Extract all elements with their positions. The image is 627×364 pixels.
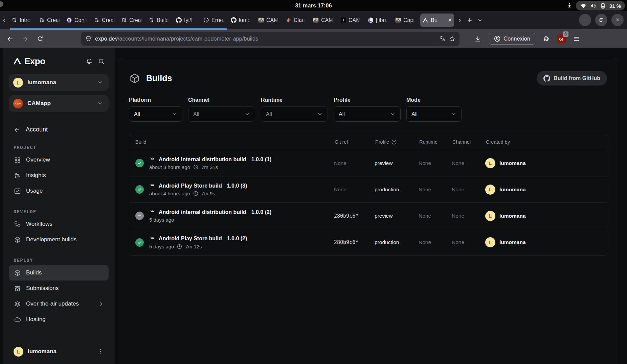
cell-git-ref: 280b9c6* [334,239,375,245]
build-status-canceled-icon [135,212,144,220]
browser-tab-5[interactable]: Creat [119,14,145,27]
build-filters: PlatformAllChannelAllRuntimeAllProfileAl… [129,97,607,122]
browser-tab-2[interactable]: Creat [37,14,63,27]
sidebar-item-hosting[interactable]: Hosting [9,312,109,327]
github-icon [230,17,237,23]
sidebar-item-label: Builds [26,269,42,276]
account-selector[interactable]: L lumomana [9,74,109,91]
sidebar-item-over-the-air-updates[interactable]: Over-the-air updates [9,296,109,312]
browser-tab-14[interactable]: [libra [365,14,392,27]
tab-list-dropdown-icon[interactable] [475,15,485,25]
sidebar-item-overview[interactable]: Overview [9,152,109,168]
filter-profile-select[interactable]: All [334,106,401,122]
back-button[interactable] [4,33,16,45]
build-row-1[interactable]: Android internal distribution build1.0.0… [129,150,607,176]
system-status-pill[interactable]: 31 % [576,1,625,10]
accessibility-person-icon[interactable] [566,3,573,9]
window-minimize-button[interactable] [579,14,591,26]
window-close-button[interactable] [611,14,624,26]
more-options-icon[interactable]: ⋮ [97,348,104,355]
help-question-icon[interactable] [391,139,397,145]
sidebar-item-workflows[interactable]: Workflows [9,216,109,232]
build-from-github-button[interactable]: Build from GitHub [537,71,607,86]
sidebar-item-usage[interactable]: Usage [9,183,109,199]
creator-name[interactable]: lumomana [499,187,526,193]
filter-runtime-select[interactable]: All [261,106,328,122]
creator-name[interactable]: lumomana [499,239,526,245]
browser-tab-10[interactable]: ACAM [256,14,283,27]
bookmark-star-icon[interactable] [449,35,455,42]
back-to-account-link[interactable]: Account [9,121,109,135]
adblock-extension-icon[interactable]: ω 6 [557,34,566,43]
creator-name[interactable]: lumomana [499,213,526,219]
translate-icon[interactable] [439,35,446,42]
build-status-success-icon [135,185,144,194]
search-icon[interactable] [95,55,107,67]
build-title[interactable]: Android Play Store build [159,236,222,242]
creator-avatar: L [485,158,495,168]
extensions-puzzle-icon[interactable] [540,33,552,45]
browser-tab-7[interactable]: fyi/fi [174,14,200,27]
expo-logo[interactable]: Expo [13,56,45,67]
page-title-text: Builds [146,73,172,83]
forward-button[interactable] [19,33,31,45]
reload-button[interactable] [34,33,46,45]
browser-tab-8[interactable]: Erreu [201,14,228,27]
window-restore-button[interactable] [595,14,607,26]
page-content: Expo L lumomana CAM CAMapp [0,48,627,364]
tab-title: CAM [321,17,333,23]
sidebar-item-submissions[interactable]: Submissions [9,281,109,296]
section-label-develop: DEVELOP [9,209,109,214]
browser-tab-3[interactable]: Confi [64,14,91,27]
downloads-icon[interactable] [472,33,484,45]
notifications-bell-icon[interactable] [83,55,95,67]
filter-platform-select[interactable]: All [129,106,182,122]
dark-circle-icon [340,17,346,23]
sidebar-item-insights[interactable]: Insights [9,168,109,183]
cell-channel: None [452,239,485,245]
build-row-2[interactable]: Android Play Store build1.0.0 (3)about 4… [129,176,607,203]
browser-tab-4[interactable]: Creat [91,14,118,27]
browser-tab-6[interactable]: Build [146,14,173,27]
build-version: 1.0.0 (1) [251,156,272,163]
browser-tab-9[interactable]: lumo [228,14,255,27]
browser-tab-13[interactable]: CAM [338,14,365,27]
creator-avatar: L [485,185,495,195]
sidebar-item-builds[interactable]: Builds [9,265,109,281]
sidebar-item-development-builds[interactable]: Development builds [9,232,109,247]
build-title[interactable]: Android internal distribution build [159,209,246,215]
tab-scroll-left-icon[interactable] [0,18,9,23]
build-row-3[interactable]: Android internal distribution build1.0.0… [129,203,607,229]
browser-tab-12[interactable]: ACAM [311,14,337,27]
build-version: 1.0.0 (3) [227,183,247,189]
tab-title: CAM [349,17,361,23]
project-selector[interactable]: CAM CAMapp [9,95,109,112]
browser-tab-15[interactable]: ACapt [393,14,420,27]
filter-platform: PlatformAll [129,97,182,122]
new-tab-button[interactable] [465,15,475,25]
sidebar-footer-user[interactable]: L lumomana ⋮ [9,344,109,359]
col-header-gitref: Git ref [334,139,375,145]
tab-scroll-right-icon[interactable] [454,15,465,25]
creator-name[interactable]: lumomana [499,160,526,166]
tab-close-icon[interactable]: ✕ [448,17,452,23]
system-clock[interactable]: 31 mars 17:06 [0,0,627,11]
menu-hamburger-icon[interactable] [570,33,583,45]
browser-tab-1[interactable]: Intro [9,14,36,27]
purple-swirl-icon [367,17,374,23]
signin-button[interactable]: Connexion [489,33,535,45]
build-title[interactable]: Android internal distribution build [159,156,246,163]
browser-tab-16-active[interactable]: Bu✕ [420,14,454,27]
filter-mode-select[interactable]: All [406,106,462,122]
build-title[interactable]: Android Play Store build [159,183,222,189]
tab-title: Creat [129,17,142,23]
site-security-shield-icon[interactable] [85,35,92,42]
address-bar[interactable]: expo.dev/accounts/lumomana/projects/cam-… [81,32,460,46]
browser-tab-11[interactable]: Clau [283,14,310,27]
battery-icon [600,2,606,9]
filter-channel-select[interactable]: All [188,106,255,122]
sidebar-item-label: Over-the-air updates [26,300,79,307]
build-row-4[interactable]: Android Play Store build1.0.0 (2)5 days … [129,229,607,256]
usage-chart-icon [14,187,21,195]
creator-avatar: L [485,237,495,247]
